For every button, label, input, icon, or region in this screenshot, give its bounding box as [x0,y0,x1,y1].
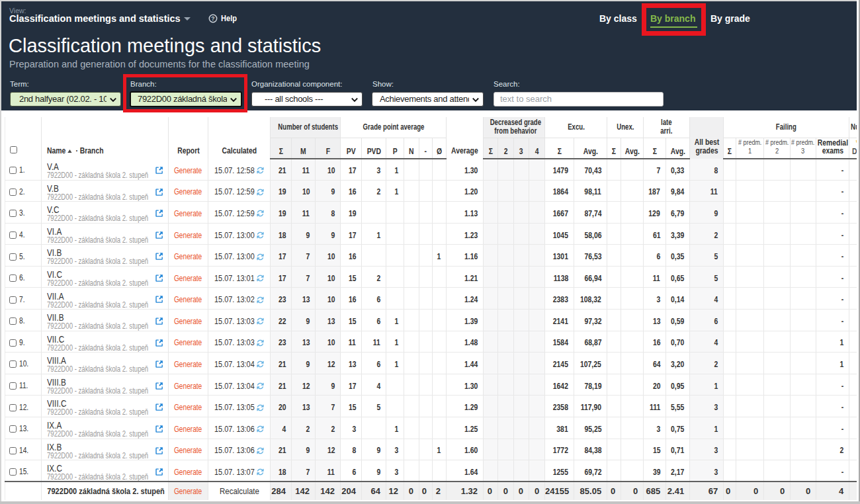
svg-text:?: ? [211,15,214,22]
